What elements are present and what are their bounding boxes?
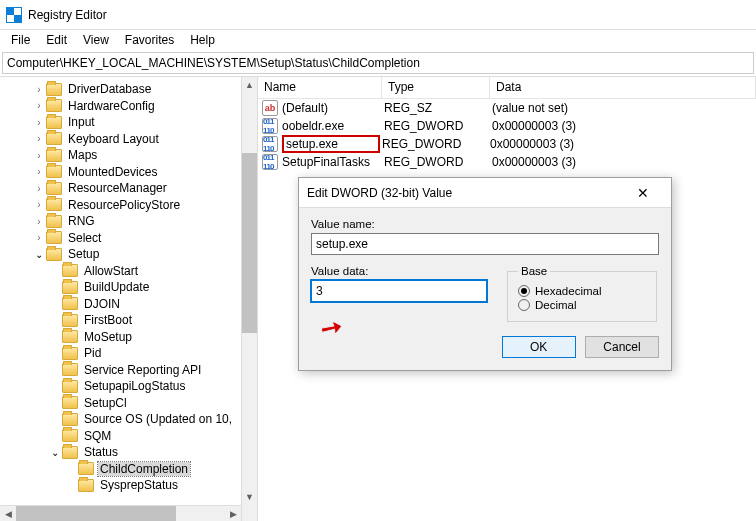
tree-item-label: AllowStart [82,264,140,278]
tree-item[interactable]: ›DriverDatabase [0,81,257,98]
chevron-down-icon[interactable]: ⌄ [32,249,46,260]
radio-hexadecimal[interactable]: Hexadecimal [518,285,646,297]
cancel-button[interactable]: Cancel [585,336,659,358]
value-name: SetupFinalTasks [282,155,384,169]
chevron-right-icon[interactable]: › [32,232,46,243]
tree-item[interactable]: ›ResourceManager [0,180,257,197]
chevron-right-icon[interactable]: › [32,216,46,227]
col-name[interactable]: Name [258,77,382,98]
tree-item[interactable]: BuildUpdate [0,279,257,296]
value-name-input[interactable] [311,233,659,255]
value-type: REG_DWORD [384,155,492,169]
tree-item-label: MountedDevices [66,165,159,179]
scroll-left-icon[interactable]: ◀ [0,506,16,521]
tree-item[interactable]: ›Select [0,230,257,247]
address-text: Computer\HKEY_LOCAL_MACHINE\SYSTEM\Setup… [7,56,420,70]
value-row[interactable]: ab(Default)REG_SZ(value not set) [258,99,756,117]
tree-item[interactable]: Service Reporting API [0,362,257,379]
menu-edit[interactable]: Edit [39,31,74,49]
tree-item[interactable]: ›MountedDevices [0,164,257,181]
tree-item-label: Service Reporting API [82,363,203,377]
menu-view[interactable]: View [76,31,116,49]
chevron-right-icon[interactable]: › [32,133,46,144]
value-data: (value not set) [492,101,756,115]
radio-decimal[interactable]: Decimal [518,299,646,311]
dialog-titlebar[interactable]: Edit DWORD (32-bit) Value ✕ [299,178,671,208]
tree-hscroll-thumb[interactable] [16,506,176,521]
tree-vscroll[interactable]: ▲ ▼ [241,77,257,521]
tree-item[interactable]: Source OS (Updated on 10, [0,411,257,428]
value-row[interactable]: 011 110oobeldr.exeREG_DWORD0x00000003 (3… [258,117,756,135]
dword-value-icon: 011 110 [262,118,278,134]
tree-item[interactable]: SetupapiLogStatus [0,378,257,395]
close-icon[interactable]: ✕ [623,185,663,201]
tree-item[interactable]: ChildCompletion [0,461,257,478]
tree-item[interactable]: SetupCl [0,395,257,412]
chevron-right-icon[interactable]: › [32,117,46,128]
radio-off-icon [518,299,530,311]
tree-item[interactable]: SysprepStatus [0,477,257,494]
tree-vscroll-thumb[interactable] [242,153,257,333]
value-row[interactable]: 011 110setup.exeREG_DWORD0x00000003 (3) [258,135,756,153]
scroll-up-icon[interactable]: ▲ [242,77,257,93]
value-row[interactable]: 011 110SetupFinalTasksREG_DWORD0x0000000… [258,153,756,171]
scroll-down-icon[interactable]: ▼ [242,489,257,505]
tree-item-label: ResourceManager [66,181,169,195]
folder-icon [62,380,78,393]
chevron-right-icon[interactable]: › [32,166,46,177]
tree-item[interactable]: ›ResourcePolicyStore [0,197,257,214]
chevron-right-icon[interactable]: › [32,100,46,111]
tree-item-label: SetupCl [82,396,129,410]
value-type: REG_SZ [384,101,492,115]
main: ›DriverDatabase›HardwareConfig›Input›Key… [0,76,756,521]
tree-item-label: SysprepStatus [98,478,180,492]
menu-favorites[interactable]: Favorites [118,31,181,49]
tree-item[interactable]: ›Maps [0,147,257,164]
ok-button[interactable]: OK [502,336,576,358]
tree-pane[interactable]: ›DriverDatabase›HardwareConfig›Input›Key… [0,77,258,521]
tree-item[interactable]: ⌄Status [0,444,257,461]
value-data: 0x00000003 (3) [490,137,756,151]
tree-item-label: FirstBoot [82,313,134,327]
scroll-right-icon[interactable]: ▶ [225,506,241,521]
chevron-down-icon[interactable]: ⌄ [48,447,62,458]
value-type: REG_DWORD [384,119,492,133]
tree-item[interactable]: AllowStart [0,263,257,280]
tree-item-label: Pid [82,346,103,360]
tree-item[interactable]: SQM [0,428,257,445]
chevron-right-icon[interactable]: › [32,84,46,95]
list-pane: Name Type Data ab(Default)REG_SZ(value n… [258,77,756,521]
menu-file[interactable]: File [4,31,37,49]
tree-item-label: HardwareConfig [66,99,157,113]
folder-icon [62,347,78,360]
tree-item[interactable]: MoSetup [0,329,257,346]
col-type[interactable]: Type [382,77,490,98]
value-data-input[interactable] [311,280,487,302]
tree-item-label: ChildCompletion [98,462,190,476]
tree-item[interactable]: Pid [0,345,257,362]
tree-item[interactable]: FirstBoot [0,312,257,329]
tree-item[interactable]: ›HardwareConfig [0,98,257,115]
tree-item[interactable]: ›Input [0,114,257,131]
folder-icon [62,446,78,459]
col-data[interactable]: Data [490,77,756,98]
tree-item[interactable]: ›RNG [0,213,257,230]
value-name: setup.exe [282,135,380,153]
address-bar[interactable]: Computer\HKEY_LOCAL_MACHINE\SYSTEM\Setup… [2,52,754,74]
chevron-right-icon[interactable]: › [32,199,46,210]
tree-item[interactable]: ›Keyboard Layout [0,131,257,148]
chevron-right-icon[interactable]: › [32,183,46,194]
folder-icon [62,314,78,327]
tree-hscroll[interactable]: ◀ ▶ [0,505,241,521]
tree-item-label: BuildUpdate [82,280,151,294]
list-header: Name Type Data [258,77,756,99]
folder-icon [62,363,78,376]
folder-icon [46,198,62,211]
value-data: 0x00000003 (3) [492,119,756,133]
radio-on-icon [518,285,530,297]
base-legend: Base [518,265,550,277]
tree-item[interactable]: ⌄Setup [0,246,257,263]
tree-item[interactable]: DJOIN [0,296,257,313]
chevron-right-icon[interactable]: › [32,150,46,161]
menu-help[interactable]: Help [183,31,222,49]
